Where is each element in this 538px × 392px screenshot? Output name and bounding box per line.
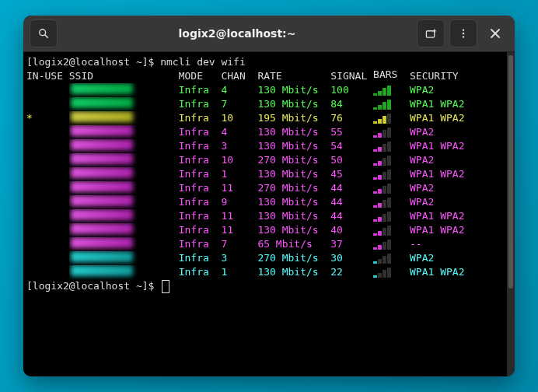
signal-bars-icon bbox=[373, 141, 410, 152]
wifi-row: Infra 11 130 Mbit/s 40 WPA1 WPA2 bbox=[26, 223, 504, 237]
signal-bars-icon bbox=[373, 183, 410, 194]
ssid-redacted bbox=[71, 153, 133, 164]
signal-bars-icon bbox=[373, 127, 410, 138]
wifi-row: Infra 3 130 Mbit/s 54 WPA1 WPA2 bbox=[26, 139, 504, 153]
prompt-line: [logix2@localhost ~]$ nmcli dev wifi bbox=[26, 55, 504, 69]
wifi-row: * Infra 10 195 Mbit/s 76 WPA1 WPA2 bbox=[26, 111, 504, 125]
close-icon bbox=[491, 29, 500, 38]
signal-bars-icon bbox=[373, 99, 410, 110]
ssid-redacted bbox=[71, 223, 133, 234]
ssid-redacted bbox=[71, 125, 133, 136]
wifi-row: Infra 1 130 Mbit/s 45 WPA1 WPA2 bbox=[26, 167, 504, 181]
signal-bars-icon bbox=[373, 211, 410, 222]
table-header: IN-USE SSID MODE CHAN RATE SIGNAL BARSSE… bbox=[26, 69, 504, 83]
titlebar: logix2@localhost:~ bbox=[23, 16, 515, 52]
wifi-row: Infra 1 130 Mbit/s 22 WPA1 WPA2 bbox=[26, 265, 504, 279]
ssid-redacted bbox=[71, 237, 133, 248]
window-title: logix2@localhost:~ bbox=[62, 27, 412, 40]
wifi-row: Infra 4 130 Mbit/s 55 WPA2 bbox=[26, 125, 504, 139]
scrollbar[interactable] bbox=[507, 52, 515, 376]
svg-point-6 bbox=[463, 33, 464, 34]
signal-bars-icon bbox=[373, 85, 410, 96]
wifi-row: Infra 11 270 Mbit/s 44 WPA2 bbox=[26, 181, 504, 195]
new-tab-button[interactable] bbox=[417, 19, 445, 47]
signal-bars-icon bbox=[373, 239, 410, 250]
scrollbar-thumb[interactable] bbox=[508, 55, 513, 289]
ssid-redacted bbox=[71, 195, 133, 206]
kebab-menu-icon bbox=[458, 28, 469, 39]
wifi-row: Infra 9 130 Mbit/s 44 WPA2 bbox=[26, 195, 504, 209]
terminal-window: logix2@localhost:~ [logix2@localhost ~]$… bbox=[23, 16, 515, 376]
ssid-redacted bbox=[71, 83, 133, 94]
ssid-redacted bbox=[71, 111, 133, 122]
wifi-row: Infra 3 270 Mbit/s 30 WPA2 bbox=[26, 251, 504, 265]
ssid-redacted bbox=[71, 139, 133, 150]
wifi-row: Infra 4 130 Mbit/s 100 WPA2 bbox=[26, 83, 504, 97]
signal-bars-icon bbox=[373, 169, 410, 180]
wifi-row: Infra 10 270 Mbit/s 50 WPA2 bbox=[26, 153, 504, 167]
prompt-line: [logix2@localhost ~]$ bbox=[26, 279, 504, 293]
search-button[interactable] bbox=[30, 19, 58, 47]
ssid-redacted bbox=[71, 209, 133, 220]
menu-button[interactable] bbox=[449, 19, 477, 47]
wifi-row: Infra 11 130 Mbit/s 44 WPA1 WPA2 bbox=[26, 209, 504, 223]
terminal-output[interactable]: [logix2@localhost ~]$ nmcli dev wifiIN-U… bbox=[23, 52, 507, 376]
ssid-redacted bbox=[71, 181, 133, 192]
wifi-row: Infra 7 65 Mbit/s 37 -- bbox=[26, 237, 504, 251]
signal-bars-icon bbox=[373, 113, 410, 124]
signal-bars-icon bbox=[373, 155, 410, 166]
ssid-redacted bbox=[71, 265, 133, 276]
wifi-row: Infra 7 130 Mbit/s 84 WPA1 WPA2 bbox=[26, 97, 504, 111]
svg-line-1 bbox=[45, 35, 48, 38]
svg-point-7 bbox=[463, 36, 464, 37]
close-button[interactable] bbox=[482, 20, 508, 47]
signal-bars-icon bbox=[373, 197, 410, 208]
cursor bbox=[162, 280, 169, 293]
signal-bars-icon bbox=[373, 253, 410, 264]
signal-bars-icon bbox=[373, 225, 410, 236]
ssid-redacted bbox=[71, 167, 133, 178]
ssid-redacted bbox=[71, 251, 133, 262]
ssid-redacted bbox=[71, 97, 133, 108]
new-tab-icon bbox=[425, 28, 437, 40]
signal-bars-icon bbox=[373, 267, 410, 278]
svg-rect-2 bbox=[426, 30, 434, 37]
search-icon bbox=[38, 28, 49, 39]
svg-point-5 bbox=[463, 29, 464, 30]
